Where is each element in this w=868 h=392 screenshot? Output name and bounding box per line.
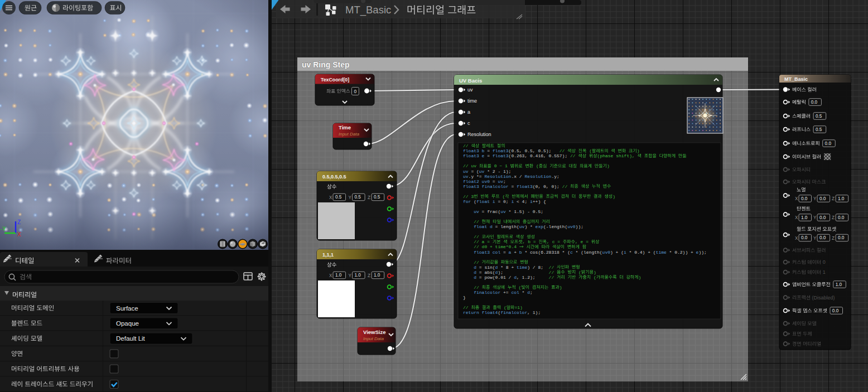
svg-text:a: a — [467, 109, 470, 115]
svg-text:0.5: 0.5 — [816, 127, 822, 132]
svg-text:ViewSize: ViewSize — [363, 329, 386, 335]
svg-text:0 ~ 1: 0 ~ 1 — [491, 163, 510, 168]
svg-text:float2 uv0: float2 uv0 — [463, 179, 490, 184]
svg-text:Y: Y — [813, 196, 817, 201]
svg-text:uv: uv — [463, 174, 469, 179]
svg-text:// a =: // a = — [463, 239, 493, 244]
svg-text:*: * — [519, 290, 527, 295]
svg-text:uv: uv — [474, 209, 479, 214]
svg-text:(0.263, 0.416, 0.557);: (0.263, 0.416, 0.557); — [509, 153, 570, 158]
svg-text:): ) — [613, 194, 615, 199]
svg-text:) / 8;: ) / 8; — [527, 265, 548, 270]
svg-text:X: X — [795, 236, 798, 241]
svg-text:=1): =1) — [515, 305, 523, 310]
svg-text:= abs(: = abs( — [476, 270, 495, 275]
svg-text:1.0: 1.0 — [354, 273, 361, 278]
svg-text:for: for — [463, 199, 471, 204]
svg-text:Opaque: Opaque — [116, 320, 139, 327]
svg-text:Y: Y — [349, 273, 352, 278]
svg-text:(: ( — [500, 194, 505, 199]
svg-text:.y *=: .y *= — [469, 174, 485, 179]
svg-text:Resolution: Resolution — [467, 132, 491, 137]
svg-text:) *: ) * — [524, 224, 535, 229]
svg-text:X: X — [795, 196, 798, 201]
svg-text:.y;: .y; — [551, 174, 559, 179]
svg-text:(: ( — [516, 285, 522, 290]
svg-text:* 0.4) + (: * 0.4) + ( — [626, 250, 656, 255]
svg-text:Default Lit: Default Lit — [116, 335, 146, 342]
svg-text:uv0: uv0 — [567, 224, 576, 229]
svg-text:* 8 +: * 8 + — [498, 265, 517, 270]
svg-text:));: )); — [576, 224, 584, 229]
svg-text:TexCoord[0]: TexCoord[0] — [321, 77, 349, 83]
svg-text:finalcolor: finalcolor — [500, 310, 527, 315]
svg-text:float3: float3 — [493, 153, 509, 158]
svg-text:float3 e: float3 e — [463, 153, 485, 158]
svg-text:0.0: 0.0 — [838, 235, 845, 240]
svg-text:Z: Z — [832, 236, 835, 241]
svg-text:float i: float i — [476, 199, 495, 204]
svg-text:Resolution: Resolution — [524, 174, 551, 179]
svg-text:0.0: 0.0 — [801, 235, 808, 240]
svg-text:1.0: 1.0 — [374, 273, 380, 278]
svg-text:MT_Basic: MT_Basic — [784, 76, 808, 82]
svg-text:uv: uv — [463, 169, 469, 174]
svg-text:.x /: .x / — [511, 174, 524, 179]
svg-text:= (: = ( — [469, 169, 479, 174]
svg-text:0.0: 0.0 — [811, 100, 818, 105]
svg-text:Y: Y — [813, 215, 817, 220]
svg-text://: // — [549, 275, 557, 280]
svg-text:Resolution: Resolution — [484, 174, 511, 179]
svg-text:, e =: , e = — [575, 239, 591, 244]
svg-text:) + (: ) + ( — [610, 250, 624, 255]
svg-text:, b =: , b = — [523, 239, 539, 244]
svg-text:);: ); — [498, 270, 548, 275]
svg-text:Input Data: Input Data — [363, 336, 384, 341]
svg-text:* 2 - 1);: * 2 - 1); — [484, 169, 511, 174]
svg-text:MT_Basic: MT_Basic — [345, 4, 391, 16]
svg-text:;: ; — [503, 179, 506, 184]
svg-text:(: ( — [471, 199, 476, 204]
svg-text:= sin(: = sin( — [476, 265, 495, 270]
svg-text:uv Ring Step: uv Ring Step — [302, 60, 350, 69]
svg-text:, c =: , c = — [547, 239, 563, 244]
svg-text:Y: Y — [813, 236, 817, 241]
svg-text:// d0 + time*0.4: // d0 + time*0.4 — [463, 244, 519, 249]
svg-text://: // — [570, 153, 578, 158]
svg-text:1.0: 1.0 — [838, 196, 845, 201]
svg-text://: // — [463, 285, 482, 290]
svg-text:= frac(: = frac( — [479, 209, 500, 214]
svg-text:(phase shift),: (phase shift), — [597, 153, 638, 158]
svg-text:));: )); — [698, 250, 706, 255]
svg-text:= 0;: = 0; — [495, 199, 512, 204]
svg-text:=: = — [484, 148, 492, 153]
svg-text://: // — [562, 184, 570, 189]
svg-text:time: time — [656, 250, 667, 255]
svg-text:finalcolor: finalcolor — [474, 290, 500, 295]
svg-text:+=: += — [500, 290, 511, 295]
svg-text:=: = — [484, 153, 492, 158]
svg-text:0.0: 0.0 — [838, 215, 845, 220]
svg-text:c: c — [467, 120, 470, 126]
svg-text:float3 col: float3 col — [474, 250, 500, 255]
svg-text:// 3: // 3 — [463, 194, 474, 199]
svg-text:0: 0 — [821, 259, 826, 265]
svg-text:Time: Time — [339, 124, 351, 130]
svg-text://: // — [549, 265, 557, 270]
svg-text:0.0: 0.0 — [819, 235, 826, 240]
svg-text:0.0: 0.0 — [819, 215, 826, 220]
svg-text://: // — [463, 305, 471, 310]
svg-text:* cos(6.28318 * (: * cos(6.28318 * ( — [522, 250, 570, 255]
svg-text:Z: Z — [17, 219, 21, 225]
svg-text:* (length(: * (length( — [573, 250, 602, 255]
svg-text:1.0: 1.0 — [801, 215, 808, 220]
svg-text:;: ; — [530, 290, 533, 295]
svg-text:* 0.2)) +: * 0.2)) + — [667, 250, 696, 255]
svg-text:1,1,1: 1,1,1 — [322, 252, 334, 258]
svg-text:X: X — [329, 273, 332, 278]
svg-text:): ) — [607, 163, 610, 168]
svg-text:(: ( — [586, 148, 592, 153]
svg-text:uv: uv — [519, 224, 525, 229]
svg-text:return float4: return float4 — [463, 310, 498, 315]
svg-text:0.0: 0.0 — [825, 141, 832, 146]
